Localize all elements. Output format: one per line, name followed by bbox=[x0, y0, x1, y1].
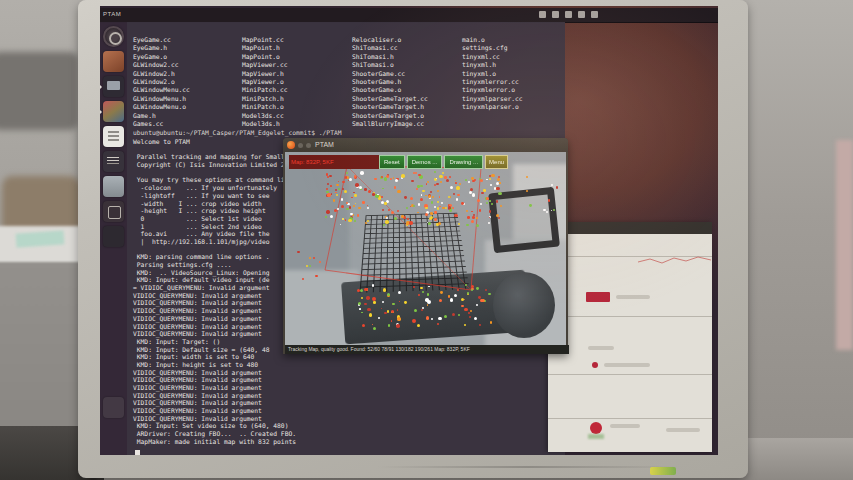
feature-point bbox=[439, 206, 441, 208]
file-name: MapPoint.h bbox=[242, 44, 350, 52]
close-icon[interactable] bbox=[287, 141, 295, 149]
feature-point bbox=[468, 181, 470, 183]
volume-icon[interactable] bbox=[565, 11, 572, 18]
feature-point bbox=[438, 317, 442, 321]
file-name: ShooterGame.cc bbox=[352, 70, 460, 78]
side-window-titlebar[interactable] bbox=[548, 222, 712, 234]
bluetooth-icon[interactable] bbox=[552, 11, 559, 18]
chair bbox=[0, 52, 78, 130]
file-name: MiniPatch.h bbox=[242, 95, 350, 103]
settings-icon[interactable] bbox=[103, 226, 124, 247]
feature-point bbox=[500, 205, 502, 207]
feature-point bbox=[481, 192, 483, 194]
side-window[interactable] bbox=[548, 222, 712, 452]
terminal-line: KMD: Input: Set video size to (640, 480) bbox=[133, 422, 563, 430]
file-name: EyeGame.o bbox=[133, 53, 241, 61]
feature-point bbox=[358, 302, 361, 305]
file-name: tinyxmlerror.cc bbox=[462, 78, 570, 86]
feature-point bbox=[387, 293, 390, 296]
feature-point bbox=[360, 171, 364, 175]
workspace-switcher-icon[interactable] bbox=[103, 176, 124, 197]
software-center-icon[interactable] bbox=[103, 101, 124, 122]
app-window-icon[interactable] bbox=[103, 201, 124, 222]
feature-point bbox=[546, 211, 548, 213]
network-icon[interactable] bbox=[539, 11, 546, 18]
terminal-icon[interactable] bbox=[103, 76, 124, 97]
ptam-menu-button-alt[interactable]: Menu bbox=[485, 155, 508, 169]
ptam-menu-button[interactable]: Demos ... bbox=[407, 155, 443, 169]
feature-point bbox=[432, 196, 434, 198]
feature-point bbox=[398, 291, 401, 294]
dash-home-icon[interactable] bbox=[103, 26, 124, 47]
feature-point bbox=[353, 192, 355, 194]
file-column: Relocaliser.oShiTomasi.ccShiTomasi.hShiT… bbox=[352, 36, 460, 128]
terminal-line: VIDIOC_QUERYMENU: Invalid argument bbox=[133, 407, 563, 415]
file-column: EyeGame.ccEyeGame.hEyeGame.oGLWindow2.cc… bbox=[133, 36, 241, 128]
feature-point bbox=[348, 219, 352, 223]
file-name: GLWindow2.o bbox=[133, 78, 241, 86]
text-editor-icon[interactable] bbox=[103, 151, 124, 172]
file-name: MapPoint.cc bbox=[242, 36, 350, 44]
feature-point bbox=[364, 188, 367, 191]
feature-point bbox=[467, 292, 469, 294]
feature-point bbox=[367, 308, 371, 312]
feature-point bbox=[479, 209, 482, 212]
feature-point bbox=[471, 177, 474, 180]
feature-point bbox=[330, 185, 332, 187]
feature-point bbox=[327, 176, 329, 178]
feature-point bbox=[498, 192, 502, 196]
feature-point bbox=[381, 196, 383, 198]
feature-point bbox=[526, 176, 528, 178]
divider bbox=[548, 374, 712, 375]
trash-icon[interactable] bbox=[103, 397, 124, 418]
ptam-menu-button[interactable]: Drawing ... bbox=[444, 155, 483, 169]
file-column: main.osettings.cfgtinyxml.cctinyxml.htin… bbox=[462, 36, 570, 112]
red-trace bbox=[638, 252, 712, 268]
label-smudge bbox=[666, 428, 700, 432]
file-name: SmallBlurryImage.cc bbox=[352, 120, 460, 128]
power-icon[interactable] bbox=[591, 11, 598, 18]
feature-point bbox=[430, 212, 433, 215]
feature-point bbox=[485, 289, 487, 291]
camera-view[interactable]: Map: 832P, 5KF ResetDemos ...Drawing ...… bbox=[285, 152, 566, 345]
file-name: Model3ds.cc bbox=[242, 112, 350, 120]
feature-point bbox=[465, 284, 467, 286]
bezel-groove bbox=[378, 466, 678, 468]
feature-point bbox=[468, 312, 470, 314]
file-name: ShooterGameTarget.o bbox=[352, 112, 460, 120]
label-smudge bbox=[610, 424, 640, 428]
file-name: GLWindowMenu.cc bbox=[133, 86, 241, 94]
feature-point bbox=[436, 183, 438, 185]
divider bbox=[548, 316, 712, 317]
feature-point bbox=[309, 265, 311, 267]
file-name: ShiTomasi.cc bbox=[352, 44, 460, 52]
feature-point bbox=[422, 291, 424, 293]
feature-point bbox=[381, 176, 383, 178]
feature-point bbox=[401, 174, 405, 178]
feature-point bbox=[434, 206, 436, 208]
writer-icon[interactable] bbox=[103, 126, 124, 147]
feature-point bbox=[476, 217, 478, 219]
file-name: tinyxml.h bbox=[462, 61, 570, 69]
feature-point bbox=[385, 220, 389, 224]
feature-point bbox=[397, 317, 401, 321]
file-name: ShooterGameTarget.cc bbox=[352, 95, 460, 103]
terminal-line: VIDIOC_QUERYMENU: Invalid argument bbox=[133, 399, 563, 407]
feature-point bbox=[327, 193, 331, 197]
feature-point bbox=[457, 194, 459, 196]
files-icon[interactable] bbox=[103, 51, 124, 72]
map-status-box: Map: 832P, 5KF bbox=[289, 155, 379, 169]
file-name: MapViewer.o bbox=[242, 78, 350, 86]
ptam-menu-button[interactable]: Reset bbox=[379, 155, 405, 169]
file-name: ShiTomasi.o bbox=[352, 61, 460, 69]
minimize-icon[interactable] bbox=[298, 143, 303, 148]
file-name: ShiTomasi.h bbox=[352, 53, 460, 61]
clock[interactable] bbox=[578, 11, 585, 18]
maximize-icon[interactable] bbox=[306, 143, 311, 148]
feature-point bbox=[390, 178, 392, 180]
ptam-titlebar[interactable]: PTAM bbox=[283, 138, 568, 152]
label-smudge bbox=[616, 295, 650, 299]
red-marker-swatch bbox=[586, 292, 610, 302]
ptam-window: PTAM Map: 832 bbox=[283, 138, 568, 354]
feature-point bbox=[341, 198, 344, 201]
